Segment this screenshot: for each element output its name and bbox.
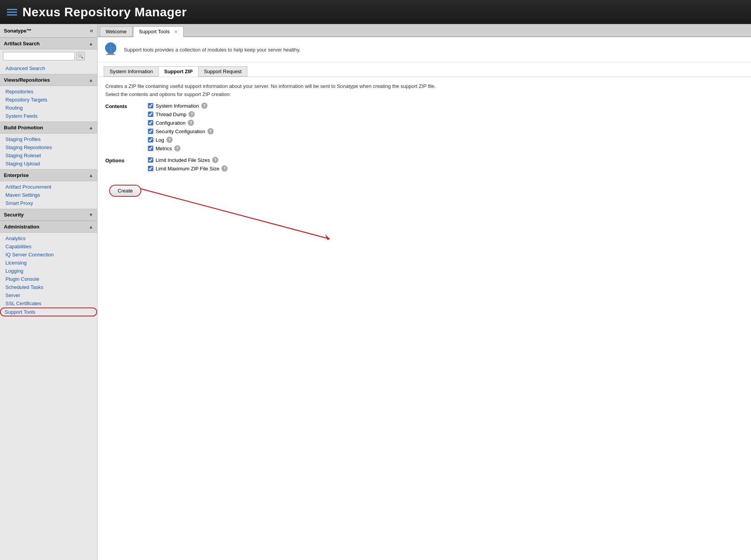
svg-line-6 <box>140 189 330 239</box>
section-arrow-views-repos: ▲ <box>89 77 93 83</box>
zip-description-1: Creates a ZIP file containing useful sup… <box>105 83 743 89</box>
checkbox-limit-file-sizes[interactable] <box>148 157 153 163</box>
checkbox-configuration[interactable] <box>148 120 153 125</box>
section-arrow-security: ▼ <box>89 212 93 218</box>
help-icon-limit-file-sizes[interactable]: ? <box>212 157 218 163</box>
checkbox-row-thread-dump: Thread Dump ? <box>148 111 214 117</box>
menu-icon[interactable] <box>7 9 17 15</box>
sidebar-item-scheduled-tasks[interactable]: Scheduled Tasks <box>0 283 97 291</box>
sidebar-item-analytics[interactable]: Analytics <box>0 234 97 242</box>
checkbox-system-information[interactable] <box>148 103 153 108</box>
sidebar-item-ssl-certificates[interactable]: SSL Certificates <box>0 299 97 307</box>
views-repos-links: Repositories Repository Targets Routing … <box>0 86 97 122</box>
svg-marker-7 <box>325 234 330 240</box>
checkbox-row-system-information: System Information ? <box>148 103 214 109</box>
app-header: Nexus Repository Manager <box>0 0 751 24</box>
sidebar-section-administration[interactable]: Administration ▲ <box>0 221 97 233</box>
sidebar-item-advanced-search[interactable]: Advanced Search <box>0 64 97 72</box>
search-button[interactable]: 🔍 <box>76 52 85 60</box>
checkbox-row-configuration: Configuration ? <box>148 120 214 126</box>
panel-description: Support tools provides a collection of m… <box>124 47 300 53</box>
sidebar-brand-label: Sonatype™ <box>4 28 32 34</box>
sidebar-item-maven-settings[interactable]: Maven Settings <box>0 191 97 199</box>
sidebar-section-views-repos[interactable]: Views/Repositories ▲ <box>0 74 97 86</box>
sidebar: Sonatype™ « Artifact Search ▲ 🔍 Advanced… <box>0 24 98 560</box>
sidebar-section-enterprise[interactable]: Enterprise ▲ <box>0 169 97 181</box>
panel-header: Support tools provides a collection of m… <box>98 37 751 62</box>
tab-close-icon[interactable]: ✕ <box>174 29 178 34</box>
sidebar-item-licensing[interactable]: Licensing <box>0 259 97 267</box>
help-icon-thread-dump[interactable]: ? <box>189 111 195 117</box>
search-input[interactable] <box>3 52 75 60</box>
checkbox-security-configuration[interactable] <box>148 129 153 134</box>
sidebar-item-staging-profiles[interactable]: Staging Profiles <box>0 135 97 143</box>
create-button-area: Create <box>105 177 376 262</box>
svg-point-0 <box>105 43 116 53</box>
sub-tab-support-request[interactable]: Support Request <box>198 66 248 77</box>
sidebar-brand-header: Sonatype™ « <box>0 24 97 38</box>
administration-links: Analytics Capabilities IQ Server Connect… <box>0 233 97 318</box>
checkbox-thread-dump[interactable] <box>148 112 153 117</box>
sidebar-item-routing[interactable]: Routing <box>0 104 97 112</box>
sub-tab-system-information[interactable]: System Information <box>104 66 159 77</box>
options-label: Options <box>105 157 140 172</box>
sidebar-item-system-feeds[interactable]: System Feeds <box>0 112 97 120</box>
sidebar-section-artifact-search[interactable]: Artifact Search ▲ <box>0 38 97 50</box>
section-arrow-administration: ▲ <box>89 224 93 230</box>
sidebar-item-capabilities[interactable]: Capabilities <box>0 242 97 251</box>
app-title: Nexus Repository Manager <box>22 5 187 19</box>
tab-bar: Welcome Support Tools ✕ <box>98 24 751 37</box>
sidebar-item-server[interactable]: Server <box>0 291 97 299</box>
checkbox-row-security-configuration: Security Configuration ? <box>148 128 214 134</box>
sidebar-item-staging-ruleset[interactable]: Staging Ruleset <box>0 151 97 160</box>
sidebar-item-repository-targets[interactable]: Repository Targets <box>0 96 97 104</box>
sidebar-item-staging-upload[interactable]: Staging Upload <box>0 160 97 168</box>
checkbox-metrics[interactable] <box>148 146 153 151</box>
sidebar-item-staging-repositories[interactable]: Staging Repositories <box>0 143 97 151</box>
main-area: Welcome Support Tools ✕ <box>98 24 751 560</box>
sidebar-item-repositories[interactable]: Repositories <box>0 88 97 96</box>
sidebar-item-plugin-console[interactable]: Plugin Console <box>0 275 97 283</box>
globe-icon <box>104 42 119 57</box>
contents-fields: System Information ? Thread Dump ? Confi… <box>148 103 214 151</box>
checkbox-limit-max-zip[interactable] <box>148 166 153 171</box>
help-icon-configuration[interactable]: ? <box>188 120 194 126</box>
help-icon-security-configuration[interactable]: ? <box>207 128 214 134</box>
zip-content-area: Creates a ZIP file containing useful sup… <box>98 77 751 268</box>
tab-support-tools[interactable]: Support Tools ✕ <box>133 26 183 37</box>
section-arrow-build-promotion: ▲ <box>89 125 93 131</box>
help-icon-metrics[interactable]: ? <box>174 145 180 151</box>
options-section: Options Limit Included File Sizes ? Limi… <box>105 157 743 172</box>
sidebar-section-build-promotion[interactable]: Build Promotion ▲ <box>0 122 97 134</box>
sidebar-item-artifact-procurement[interactable]: Artifact Procurement <box>0 183 97 191</box>
checkbox-log[interactable] <box>148 137 153 143</box>
sidebar-search-area: 🔍 <box>0 50 97 63</box>
svg-rect-4 <box>108 53 114 54</box>
help-icon-system-information[interactable]: ? <box>201 103 207 109</box>
build-promotion-links: Staging Profiles Staging Repositories St… <box>0 134 97 169</box>
annotation-arrow <box>105 177 376 262</box>
sidebar-item-logging[interactable]: Logging <box>0 267 97 275</box>
section-arrow-enterprise: ▲ <box>89 173 93 178</box>
sidebar-item-smart-proxy[interactable]: Smart Proxy <box>0 199 97 207</box>
contents-label: Contents <box>105 103 140 151</box>
zip-description-2: Select the contents and options for supp… <box>105 91 743 97</box>
svg-rect-5 <box>106 54 115 55</box>
help-icon-log[interactable]: ? <box>166 137 173 143</box>
options-fields: Limit Included File Sizes ? Limit Maximu… <box>148 157 228 172</box>
checkbox-row-limit-max-zip: Limit Maximum ZIP File Size ? <box>148 165 228 172</box>
create-button[interactable]: Create <box>109 185 141 197</box>
sidebar-item-support-tools[interactable]: Support Tools <box>0 307 97 316</box>
sidebar-item-iq-server-connection[interactable]: IQ Server Connection <box>0 251 97 259</box>
sidebar-collapse-btn[interactable]: « <box>90 27 93 34</box>
enterprise-links: Artifact Procurement Maven Settings Smar… <box>0 181 97 209</box>
help-icon-limit-max-zip[interactable]: ? <box>221 165 228 172</box>
checkbox-row-limit-file-sizes: Limit Included File Sizes ? <box>148 157 228 163</box>
sub-tab-bar: System Information Support ZIP Support R… <box>98 62 751 77</box>
artifact-search-links: Advanced Search <box>0 63 97 74</box>
tab-welcome[interactable]: Welcome <box>100 26 132 36</box>
sub-tab-support-zip[interactable]: Support ZIP <box>158 66 199 77</box>
content-panel: Support tools provides a collection of m… <box>98 37 751 560</box>
sidebar-section-security[interactable]: Security ▼ <box>0 209 97 221</box>
checkbox-row-metrics: Metrics ? <box>148 145 214 151</box>
